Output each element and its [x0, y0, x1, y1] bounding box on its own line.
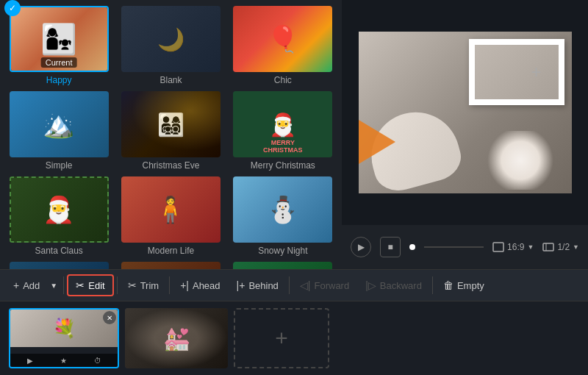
svg-rect-1 [543, 243, 553, 251]
theme-item-snowy-night[interactable]: Snowy Night [230, 176, 336, 256]
trim-label: Trim [140, 280, 159, 291]
theme-item-row4-2[interactable] [118, 262, 223, 269]
theme-item-merry-christmas[interactable]: MERRYCHRISTMAS Merry Christmas [230, 91, 336, 171]
flowers-decoration [484, 131, 557, 190]
theme-thumb-modern-life[interactable] [121, 176, 220, 243]
star-clip-icon[interactable]: ★ [60, 357, 67, 365]
theme-thumb-santa-claus[interactable] [10, 176, 109, 243]
theme-label-santa-claus: Santa Claus [35, 246, 82, 256]
trash-icon: 🗑 [443, 279, 453, 291]
main-area: Current ✓ Happy Blank Chic Simple [0, 0, 588, 269]
preview-controls: ▶ ■ 16:9 ▼ 1/2 ▼ [342, 225, 588, 269]
theme-thumb-row4-3[interactable] [233, 262, 332, 269]
empty-label: Empty [457, 280, 484, 291]
aspect-dropdown-arrow[interactable]: ▼ [527, 243, 534, 251]
edit-icon: ✂ [76, 279, 85, 291]
aspect-ratio-selector[interactable]: 16:9 ▼ [492, 242, 534, 252]
ahead-label: Ahead [193, 280, 220, 291]
clip-close-button[interactable]: ✕ [103, 311, 116, 324]
aspect-ratio-value: 16:9 [507, 242, 524, 252]
theme-item-row4-1[interactable] [6, 262, 112, 269]
theme-label-blank: Blank [159, 75, 182, 85]
divider-1 [63, 276, 64, 294]
theme-label-snowy-night: Snowy Night [258, 246, 307, 256]
add-label: Add [23, 280, 40, 291]
behind-icon: |+ [237, 279, 245, 291]
theme-item-row4-3[interactable] [230, 262, 336, 269]
toolbar: + Add ▼ ✂ Edit ✂ Trim +| Ahead |+ Behind… [0, 269, 588, 301]
clip2-thumbnail [125, 308, 228, 368]
ahead-icon: +| [180, 279, 189, 291]
clock-clip-icon[interactable]: ⏱ [94, 357, 101, 365]
theme-item-christmas-eve[interactable]: Christmas Eve [118, 91, 223, 171]
svg-rect-0 [493, 243, 503, 251]
timeline-add-button[interactable]: + [234, 308, 329, 368]
theme-item-modern-life[interactable]: Modern Life [118, 176, 223, 256]
progress-bar[interactable] [424, 246, 484, 248]
add-button-group[interactable]: + Add ▼ [6, 276, 60, 295]
stop-button[interactable]: ■ [380, 237, 401, 257]
theme-thumb-chic[interactable] [233, 6, 332, 72]
add-icon: + [13, 279, 19, 291]
theme-item-blank[interactable]: Blank [118, 6, 223, 85]
clip-thumbnail [10, 310, 118, 347]
theme-label-chic: Chic [274, 75, 292, 85]
theme-thumb-row4-2[interactable] [121, 262, 220, 269]
add-button[interactable]: + Add [6, 276, 47, 295]
ahead-button[interactable]: +| Ahead [173, 276, 227, 295]
theme-label-christmas-eve: Christmas Eve [142, 160, 199, 171]
trim-icon: ✂ [128, 279, 137, 291]
edit-button[interactable]: ✂ Edit [67, 274, 113, 296]
play-clip-icon[interactable]: ▶ [27, 357, 33, 365]
add-dropdown-arrow[interactable]: ▼ [47, 278, 60, 293]
backward-icon: |▷ [365, 279, 376, 291]
empty-button[interactable]: 🗑 Empty [436, 276, 492, 295]
trim-button[interactable]: ✂ Trim [121, 276, 167, 295]
timeline: 🖼 00:00:02 ✕ ▶ ★ ⏱ + [0, 301, 588, 375]
theme-thumb-happy[interactable]: Current [10, 6, 109, 72]
behind-label: Behind [248, 280, 278, 291]
quality-value: 1/2 [557, 242, 570, 252]
current-badge: Current [41, 57, 77, 68]
theme-label-happy: Happy [46, 75, 72, 85]
behind-button[interactable]: |+ Behind [229, 276, 286, 295]
backward-label: Backward [380, 280, 422, 291]
divider-4 [289, 276, 290, 294]
white-frame[interactable]: + [469, 39, 564, 105]
divider-2 [117, 276, 118, 294]
theme-item-simple[interactable]: Simple [6, 91, 112, 171]
forward-icon: ◁| [300, 279, 311, 291]
theme-thumb-christmas-eve[interactable] [121, 91, 220, 157]
clip-bottom-bar: ▶ ★ ⏱ [10, 354, 118, 367]
theme-panel: Current ✓ Happy Blank Chic Simple [0, 0, 342, 269]
theme-thumb-simple[interactable] [10, 91, 109, 157]
backward-button[interactable]: |▷ Backward [358, 276, 429, 295]
quality-selector[interactable]: 1/2 ▼ [542, 242, 579, 252]
theme-item-santa-claus[interactable]: Santa Claus [6, 176, 112, 256]
theme-thumb-row4-1[interactable] [10, 262, 109, 269]
theme-label-modern-life: Modern Life [148, 246, 194, 256]
divider-3 [169, 276, 170, 294]
quality-dropdown-arrow[interactable]: ▼ [573, 243, 579, 251]
preview-canvas: + [359, 32, 572, 193]
quality-icon [542, 242, 554, 252]
orange-arrow [359, 120, 395, 164]
play-button[interactable]: ▶ [351, 237, 371, 257]
theme-thumb-blank[interactable] [121, 6, 220, 72]
add-photo-button[interactable]: + [522, 57, 551, 87]
forward-label: Forward [315, 280, 350, 291]
theme-item-chic[interactable]: Chic [230, 6, 336, 85]
preview-area: + [342, 0, 588, 225]
forward-button[interactable]: ◁| Forward [293, 276, 356, 295]
theme-label-merry-christmas: Merry Christmas [251, 160, 315, 171]
theme-thumb-merry-christmas[interactable]: MERRYCHRISTMAS [233, 91, 332, 157]
merry-text: MERRYCHRISTMAS [263, 139, 303, 154]
progress-indicator [409, 244, 415, 250]
theme-thumb-snowy-night[interactable] [233, 176, 332, 243]
timeline-clip-2[interactable] [125, 308, 228, 368]
aspect-icon [492, 242, 504, 252]
timeline-clip-1[interactable]: 🖼 00:00:02 ✕ ▶ ★ ⏱ [9, 308, 119, 368]
theme-item-happy[interactable]: Current ✓ Happy [6, 6, 112, 85]
check-icon: ✓ [4, 0, 21, 16]
divider-5 [432, 276, 433, 294]
